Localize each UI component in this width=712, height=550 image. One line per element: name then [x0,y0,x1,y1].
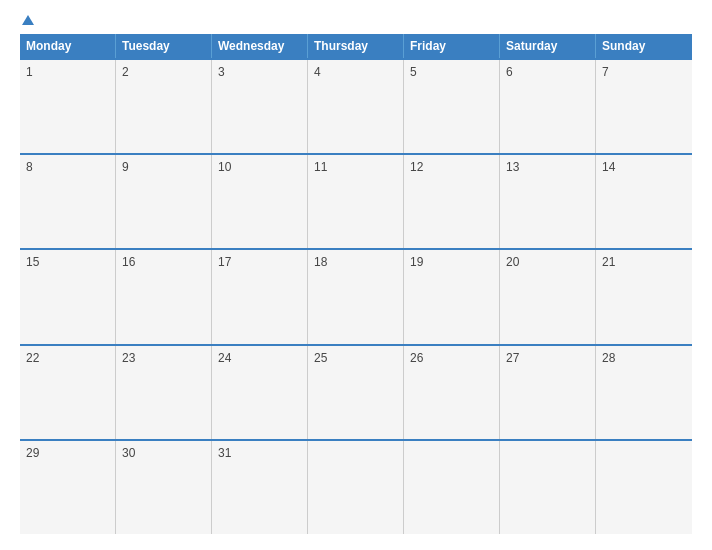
day-number: 21 [602,255,615,269]
weekday-header: MondayTuesdayWednesdayThursdayFridaySatu… [20,34,692,58]
day-number: 7 [602,65,609,79]
calendar-day-cell: 9 [116,155,212,248]
day-number: 31 [218,446,231,460]
day-number: 26 [410,351,423,365]
day-number: 3 [218,65,225,79]
calendar-day-cell: 28 [596,346,692,439]
calendar-week: 22232425262728 [20,344,692,439]
day-number: 15 [26,255,39,269]
day-number: 27 [506,351,519,365]
day-number: 25 [314,351,327,365]
calendar-week: 1234567 [20,58,692,153]
day-number: 5 [410,65,417,79]
weekday-header-cell: Friday [404,34,500,58]
day-number: 18 [314,255,327,269]
day-number: 14 [602,160,615,174]
day-number: 16 [122,255,135,269]
calendar-week: 293031 [20,439,692,534]
calendar-week: 15161718192021 [20,248,692,343]
calendar-day-cell: 18 [308,250,404,343]
calendar-week: 891011121314 [20,153,692,248]
calendar-day-cell: 4 [308,60,404,153]
calendar-header [20,16,692,26]
day-number: 9 [122,160,129,174]
day-number: 17 [218,255,231,269]
calendar-body: 1234567891011121314151617181920212223242… [20,58,692,534]
day-number: 29 [26,446,39,460]
calendar-day-cell: 11 [308,155,404,248]
day-number: 23 [122,351,135,365]
calendar-day-cell: 25 [308,346,404,439]
calendar-day-cell: 20 [500,250,596,343]
day-number: 12 [410,160,423,174]
calendar-day-cell: 12 [404,155,500,248]
day-number: 19 [410,255,423,269]
calendar-day-cell: 27 [500,346,596,439]
weekday-header-cell: Monday [20,34,116,58]
day-number: 1 [26,65,33,79]
calendar-day-cell: 14 [596,155,692,248]
page: MondayTuesdayWednesdayThursdayFridaySatu… [0,0,712,550]
weekday-header-cell: Sunday [596,34,692,58]
day-number: 4 [314,65,321,79]
weekday-header-cell: Thursday [308,34,404,58]
calendar-day-cell: 22 [20,346,116,439]
calendar-day-cell: 29 [20,441,116,534]
calendar-day-cell: 31 [212,441,308,534]
calendar-day-cell: 23 [116,346,212,439]
logo [20,16,34,26]
weekday-header-cell: Saturday [500,34,596,58]
calendar-day-cell: 8 [20,155,116,248]
calendar-day-cell: 6 [500,60,596,153]
calendar-day-cell [500,441,596,534]
calendar-day-cell: 24 [212,346,308,439]
calendar-day-cell: 7 [596,60,692,153]
day-number: 24 [218,351,231,365]
weekday-header-cell: Tuesday [116,34,212,58]
calendar-day-cell: 30 [116,441,212,534]
calendar-day-cell: 1 [20,60,116,153]
calendar-day-cell [308,441,404,534]
calendar-day-cell: 17 [212,250,308,343]
day-number: 10 [218,160,231,174]
calendar-day-cell: 10 [212,155,308,248]
day-number: 11 [314,160,327,174]
calendar-day-cell: 16 [116,250,212,343]
calendar-day-cell [596,441,692,534]
calendar-day-cell: 13 [500,155,596,248]
day-number: 22 [26,351,39,365]
day-number: 30 [122,446,135,460]
logo-triangle-icon [22,15,34,25]
calendar: MondayTuesdayWednesdayThursdayFridaySatu… [20,34,692,534]
calendar-day-cell: 5 [404,60,500,153]
calendar-day-cell: 15 [20,250,116,343]
day-number: 8 [26,160,33,174]
day-number: 28 [602,351,615,365]
calendar-day-cell: 3 [212,60,308,153]
day-number: 20 [506,255,519,269]
day-number: 13 [506,160,519,174]
calendar-day-cell: 26 [404,346,500,439]
weekday-header-cell: Wednesday [212,34,308,58]
day-number: 6 [506,65,513,79]
day-number: 2 [122,65,129,79]
calendar-day-cell: 19 [404,250,500,343]
calendar-day-cell [404,441,500,534]
calendar-day-cell: 21 [596,250,692,343]
calendar-day-cell: 2 [116,60,212,153]
